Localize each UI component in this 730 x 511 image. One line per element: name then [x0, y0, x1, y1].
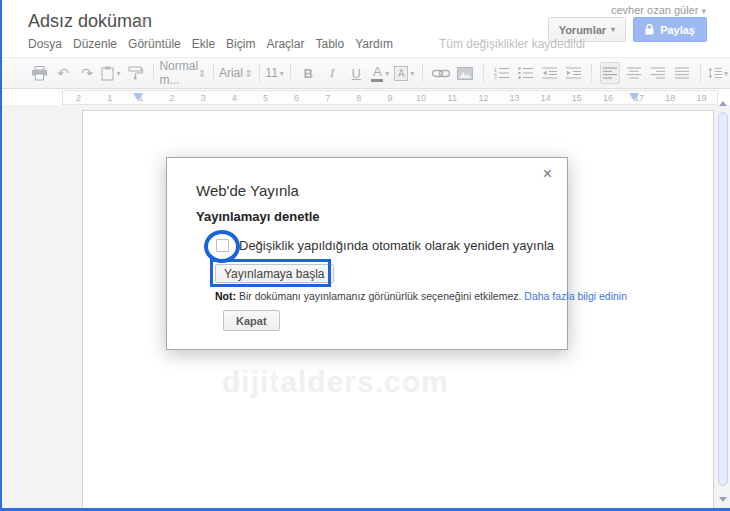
- right-indent-marker[interactable]: [629, 93, 639, 101]
- scroll-down-button[interactable]: [718, 493, 728, 505]
- justify-button[interactable]: [672, 62, 692, 84]
- menu-item[interactable]: Biçim: [226, 37, 255, 51]
- star-icon[interactable]: ☆: [136, 13, 149, 31]
- topbar: cevher ozan güler ▾ Adsız doküman ☆ Yoru…: [2, 0, 730, 57]
- paint-roller-icon: [128, 66, 143, 80]
- decrease-indent-button[interactable]: [539, 62, 559, 84]
- ruler-number: 7: [312, 91, 343, 104]
- undo-button[interactable]: ↶: [53, 62, 73, 84]
- numbered-list-button[interactable]: 123: [491, 62, 511, 84]
- link-icon: [432, 69, 450, 78]
- auto-republish-checkbox[interactable]: [216, 239, 229, 252]
- redo-button[interactable]: ↷: [77, 62, 97, 84]
- ruler-number: 4: [219, 91, 250, 104]
- scroll-down-icon: [719, 497, 727, 502]
- align-right-button[interactable]: [648, 62, 668, 84]
- ruler[interactable]: 2112345678910111213141516171819: [62, 90, 718, 105]
- menu-item[interactable]: Tablo: [315, 37, 344, 51]
- text-color-icon: A: [371, 65, 383, 82]
- formatting-toolbar: ↶ ↷ ▾ Normal m... ⇕ Arial ⇕: [2, 57, 730, 89]
- document-canvas: dijitalders.com × Web'de Yayınla Yayınla…: [2, 105, 730, 508]
- auto-republish-row: Değişiklik yapıldığında otomatik olarak …: [216, 238, 554, 253]
- ruler-number: 5: [250, 91, 281, 104]
- print-button[interactable]: [29, 62, 49, 84]
- auto-republish-label: Değişiklik yapıldığında otomatik olarak …: [239, 238, 554, 253]
- start-publishing-button[interactable]: Yayınlamaya başla: [215, 264, 334, 283]
- ruler-number: 2: [156, 91, 187, 104]
- menu-item[interactable]: Dosya: [28, 37, 62, 51]
- clipboard-icon: [101, 66, 114, 81]
- ruler-number: 11: [437, 91, 468, 104]
- ruler-number: 18: [655, 91, 686, 104]
- dialog-title: Web'de Yayınla: [196, 182, 299, 199]
- share-label: Paylaş: [660, 24, 695, 36]
- bulleted-list-button[interactable]: [515, 62, 535, 84]
- account-name: cevher ozan güler: [611, 4, 698, 16]
- styles-select[interactable]: Normal m... ⇕: [159, 62, 206, 84]
- chevron-down-icon: ▾: [385, 69, 389, 78]
- ruler-number: 15: [561, 91, 592, 104]
- highlight-color-button[interactable]: A ▾: [394, 62, 414, 84]
- scroll-up-icon: [719, 101, 727, 106]
- scroll-up-button[interactable]: [718, 97, 728, 109]
- styles-value: Normal m...: [159, 59, 198, 87]
- insert-image-button[interactable]: [455, 62, 475, 84]
- line-spacing-button[interactable]: ▾: [708, 62, 728, 84]
- chevron-down-icon: ▾: [724, 69, 728, 78]
- indent-icon: [566, 67, 581, 79]
- line-spacing-icon: [708, 67, 722, 79]
- menu-item[interactable]: Araçlar: [266, 37, 304, 51]
- watermark: dijitalders.com: [222, 365, 449, 399]
- ruler-number: 19: [686, 91, 717, 104]
- web-clipboard-button[interactable]: ▾: [101, 62, 121, 84]
- document-title[interactable]: Adsız doküman: [28, 11, 152, 32]
- redo-icon: ↷: [81, 66, 93, 80]
- menu-item[interactable]: Yardım: [355, 37, 393, 51]
- vertical-scrollbar[interactable]: [717, 95, 729, 508]
- underline-button[interactable]: U: [346, 62, 366, 84]
- menu-item[interactable]: Düzenle: [73, 37, 117, 51]
- insert-link-button[interactable]: [431, 62, 451, 84]
- image-icon: [457, 67, 473, 80]
- align-right-icon: [651, 67, 665, 79]
- publish-to-web-dialog: × Web'de Yayınla Yayınlamayı denetle Değ…: [166, 157, 568, 350]
- ruler-number: 3: [188, 91, 219, 104]
- paint-format-button[interactable]: [125, 62, 145, 84]
- menu-item[interactable]: Ekle: [192, 37, 215, 51]
- ruler-number: 2: [63, 91, 94, 104]
- bold-button[interactable]: B: [298, 62, 318, 84]
- font-size-select[interactable]: 11 ▾: [265, 62, 283, 84]
- learn-more-link[interactable]: Daha fazla bilgi edinin: [524, 290, 627, 302]
- google-docs-window: cevher ozan güler ▾ Adsız doküman ☆ Yoru…: [0, 0, 730, 511]
- font-size-value: 11: [265, 66, 277, 80]
- ruler-number: 14: [530, 91, 561, 104]
- updown-icon: ⇕: [245, 68, 253, 79]
- kapat-button[interactable]: Kapat: [223, 310, 280, 331]
- lock-icon: [645, 24, 654, 35]
- align-left-icon: [603, 67, 617, 79]
- italic-button[interactable]: I: [322, 62, 342, 84]
- font-select[interactable]: Arial ⇕: [219, 62, 253, 84]
- share-button[interactable]: Paylaş: [633, 17, 707, 42]
- chevron-down-icon: ▾: [280, 69, 284, 78]
- menu-bar: DosyaDüzenleGörüntüleEkleBiçimAraçlarTab…: [28, 37, 585, 51]
- increase-indent-button[interactable]: [563, 62, 583, 84]
- save-status: Tüm değişiklikler kaydedildi: [439, 37, 585, 51]
- text-color-button[interactable]: A ▾: [370, 62, 390, 84]
- ruler-number: 1: [94, 91, 125, 104]
- ruler-number: 10: [406, 91, 437, 104]
- svg-text:3: 3: [494, 74, 497, 79]
- font-value: Arial: [219, 66, 243, 80]
- account-menu[interactable]: cevher ozan güler ▾: [611, 4, 706, 16]
- comments-label: Yorumlar: [559, 24, 606, 36]
- justify-icon: [675, 67, 689, 79]
- ruler-number: 16: [592, 91, 623, 104]
- close-icon[interactable]: ×: [543, 166, 552, 182]
- align-center-button[interactable]: [624, 62, 644, 84]
- menu-item[interactable]: Görüntüle: [128, 37, 181, 51]
- scrollbar-thumb[interactable]: [718, 112, 728, 486]
- align-left-button[interactable]: [600, 62, 620, 84]
- align-center-icon: [627, 67, 641, 79]
- updown-icon: ⇕: [198, 68, 206, 79]
- left-indent-marker[interactable]: [133, 93, 143, 101]
